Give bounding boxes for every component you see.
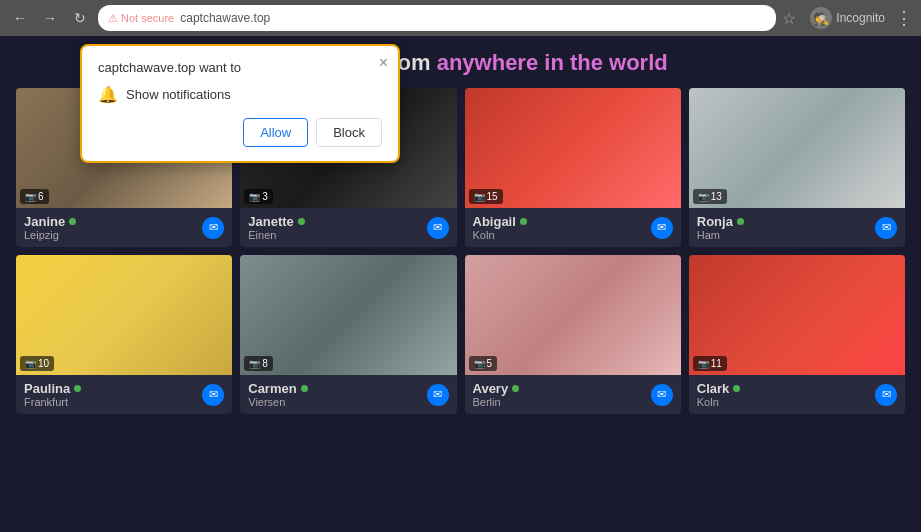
photo-count: 📷 13 xyxy=(693,189,727,204)
profile-info: Avery Berlin ✉ xyxy=(465,375,681,414)
warning-icon: ⚠ xyxy=(108,12,118,25)
online-indicator xyxy=(298,218,305,225)
profile-name-row: Janette xyxy=(248,214,305,229)
profile-details: Abigail Koln xyxy=(473,214,527,241)
not-secure-label: Not secure xyxy=(121,12,174,24)
profile-image: 📷 8 xyxy=(240,255,456,375)
profile-image: 📷 15 xyxy=(465,88,681,208)
forward-button[interactable]: → xyxy=(38,6,62,30)
popup-close-button[interactable]: × xyxy=(379,54,388,72)
profile-city: Frankfurt xyxy=(24,396,81,408)
profile-info: Carmen Viersen ✉ xyxy=(240,375,456,414)
profile-details: Janine Leipzig xyxy=(24,214,76,241)
profile-name: Paulina xyxy=(24,381,70,396)
profile-details: Ronja Ham xyxy=(697,214,744,241)
profile-city: Viersen xyxy=(248,396,307,408)
incognito-icon: 🕵 xyxy=(810,7,832,29)
profile-city: Koln xyxy=(697,396,741,408)
profile-city: Einen xyxy=(248,229,305,241)
address-bar[interactable]: ⚠ Not secure captchawave.top xyxy=(98,5,776,31)
online-indicator xyxy=(737,218,744,225)
profile-name: Carmen xyxy=(248,381,296,396)
camera-icon: 📷 xyxy=(698,359,709,369)
photo-count: 📷 6 xyxy=(20,189,49,204)
profile-image: 📷 5 xyxy=(465,255,681,375)
profile-name-row: Carmen xyxy=(248,381,307,396)
messenger-button[interactable]: ✉ xyxy=(651,384,673,406)
camera-icon: 📷 xyxy=(249,359,260,369)
profile-name: Ronja xyxy=(697,214,733,229)
photo-count: 📷 8 xyxy=(244,356,273,371)
profile-name-row: Janine xyxy=(24,214,76,229)
photo-count: 📷 15 xyxy=(469,189,503,204)
photo-count: 📷 5 xyxy=(469,356,498,371)
profile-card-carmen[interactable]: 📷 8 Carmen Viersen ✉ xyxy=(240,255,456,414)
notification-popup: × captchawave.top want to 🔔 Show notific… xyxy=(80,44,400,163)
profile-name-row: Avery xyxy=(473,381,520,396)
profile-name-row: Abigail xyxy=(473,214,527,229)
camera-icon: 📷 xyxy=(25,359,36,369)
profile-info: Clark Koln ✉ xyxy=(689,375,905,414)
url-display: captchawave.top xyxy=(180,11,270,25)
back-button[interactable]: ← xyxy=(8,6,32,30)
profile-name: Avery xyxy=(473,381,509,396)
photo-count: 📷 3 xyxy=(244,189,273,204)
profile-name: Janine xyxy=(24,214,65,229)
bell-icon: 🔔 xyxy=(98,85,118,104)
profile-card-ronja[interactable]: 📷 13 Ronja Ham ✉ xyxy=(689,88,905,247)
profile-details: Clark Koln xyxy=(697,381,741,408)
profile-name: Clark xyxy=(697,381,730,396)
profile-city: Ham xyxy=(697,229,744,241)
messenger-button[interactable]: ✉ xyxy=(202,217,224,239)
profile-info: Abigail Koln ✉ xyxy=(465,208,681,247)
online-indicator xyxy=(69,218,76,225)
bookmark-icon[interactable]: ☆ xyxy=(782,9,796,28)
profile-details: Paulina Frankfurt xyxy=(24,381,81,408)
profile-card-paulina[interactable]: 📷 10 Paulina Frankfurt ✉ xyxy=(16,255,232,414)
profile-card-abigail[interactable]: 📷 15 Abigail Koln ✉ xyxy=(465,88,681,247)
profile-image: 📷 13 xyxy=(689,88,905,208)
messenger-button[interactable]: ✉ xyxy=(875,384,897,406)
camera-icon: 📷 xyxy=(25,192,36,202)
online-indicator xyxy=(512,385,519,392)
messenger-button[interactable]: ✉ xyxy=(202,384,224,406)
camera-icon: 📷 xyxy=(474,192,485,202)
incognito-label: Incognito xyxy=(836,11,885,25)
header-anywhere: anywhere in the world xyxy=(437,50,668,75)
profile-card-clark[interactable]: 📷 11 Clark Koln ✉ xyxy=(689,255,905,414)
browser-menu-button[interactable]: ⋮ xyxy=(895,7,913,29)
profile-details: Carmen Viersen xyxy=(248,381,307,408)
camera-icon: 📷 xyxy=(698,192,709,202)
popup-permission-row: 🔔 Show notifications xyxy=(98,85,382,104)
messenger-button[interactable]: ✉ xyxy=(427,384,449,406)
messenger-button[interactable]: ✉ xyxy=(875,217,897,239)
reload-button[interactable]: ↻ xyxy=(68,6,92,30)
photo-count: 📷 11 xyxy=(693,356,727,371)
browser-chrome: ← → ↻ ⚠ Not secure captchawave.top ☆ 🕵 I… xyxy=(0,0,921,36)
profile-info: Janine Leipzig ✉ xyxy=(16,208,232,247)
block-button[interactable]: Block xyxy=(316,118,382,147)
popup-buttons: Allow Block xyxy=(98,118,382,147)
incognito-area: 🕵 Incognito xyxy=(810,7,885,29)
online-indicator xyxy=(301,385,308,392)
photo-count: 📷 10 xyxy=(20,356,54,371)
allow-button[interactable]: Allow xyxy=(243,118,308,147)
profile-city: Koln xyxy=(473,229,527,241)
profile-image: 📷 11 xyxy=(689,255,905,375)
profile-name: Janette xyxy=(248,214,294,229)
profile-details: Janette Einen xyxy=(248,214,305,241)
profile-city: Leipzig xyxy=(24,229,76,241)
messenger-button[interactable]: ✉ xyxy=(651,217,673,239)
profile-card-avery[interactable]: 📷 5 Avery Berlin ✉ xyxy=(465,255,681,414)
camera-icon: 📷 xyxy=(474,359,485,369)
camera-icon: 📷 xyxy=(249,192,260,202)
profile-name-row: Clark xyxy=(697,381,741,396)
profile-name-row: Paulina xyxy=(24,381,81,396)
browser-toolbar: ← → ↻ ⚠ Not secure captchawave.top ☆ 🕵 I… xyxy=(0,0,921,36)
messenger-button[interactable]: ✉ xyxy=(427,217,449,239)
not-secure-indicator: ⚠ Not secure xyxy=(108,12,174,25)
profile-info: Paulina Frankfurt ✉ xyxy=(16,375,232,414)
permission-text: Show notifications xyxy=(126,87,231,102)
profile-city: Berlin xyxy=(473,396,520,408)
online-indicator xyxy=(520,218,527,225)
